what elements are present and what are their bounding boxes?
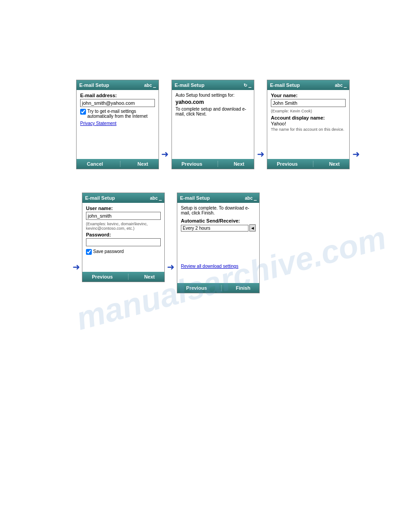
screen4: E-mail Setup abc ⎯ User name: (Examples:… bbox=[82, 193, 165, 282]
screen2-icons: ↻ ⎯ bbox=[244, 83, 251, 88]
arrow1: ➜ bbox=[161, 149, 169, 159]
screen5-content: Setup is complete. To download e-mail, c… bbox=[177, 203, 259, 281]
screen1-title: E-mail Setup bbox=[79, 82, 109, 88]
screen3-titlebar: E-mail Setup abc ⎯ bbox=[267, 80, 349, 90]
screen5: E-mail Setup abc ⎯ Setup is complete. To… bbox=[177, 193, 260, 293]
screen3-content: Your name: (Example: Kevin Cook) Account… bbox=[267, 90, 349, 157]
screen1-button-bar: Cancel Next bbox=[77, 159, 158, 169]
screen3-title: E-mail Setup bbox=[270, 82, 300, 88]
previous-button-3[interactable]: Previous bbox=[273, 160, 301, 167]
save-password-label: Save password bbox=[93, 249, 124, 254]
screen4-icons: abc ⎯ bbox=[150, 196, 162, 201]
previous-button-5[interactable]: Previous bbox=[183, 284, 210, 292]
email-field-label: E-mail address: bbox=[80, 93, 155, 98]
arrow4: ➜ bbox=[167, 262, 175, 272]
screen3: E-mail Setup abc ⎯ Your name: (Example: … bbox=[267, 80, 350, 169]
dropdown-value: Every 2 hours bbox=[183, 226, 210, 231]
email-input[interactable] bbox=[80, 99, 155, 107]
previous-button-4[interactable]: Previous bbox=[88, 273, 116, 280]
save-password-checkbox[interactable] bbox=[86, 249, 92, 255]
previous-button-2[interactable]: Previous bbox=[178, 160, 206, 167]
auto-settings-checkbox[interactable] bbox=[80, 109, 86, 115]
dropdown-arrow-button[interactable]: ◀ bbox=[249, 224, 256, 232]
screen2: E-mail Setup ↻ ⎯ Auto Setup found settin… bbox=[171, 80, 254, 169]
password-input[interactable] bbox=[86, 238, 161, 246]
name-example: (Example: Kevin Cook) bbox=[271, 109, 346, 113]
screen5-titlebar: E-mail Setup abc ⎯ bbox=[177, 193, 259, 203]
auto-send-label: Automatic Send/Receive: bbox=[181, 218, 256, 223]
username-input[interactable] bbox=[86, 212, 161, 220]
save-password-row: Save password bbox=[86, 249, 161, 255]
auto-settings-row: Try to get e-mail settings automatically… bbox=[80, 109, 155, 119]
screen3-button-bar: Previous Next bbox=[267, 159, 349, 169]
instruction-text: To complete setup and download e-mail, c… bbox=[176, 107, 250, 116]
screen5-icons: abc ⎯ bbox=[245, 196, 257, 201]
screen1-titlebar: E-mail Setup abc ⎯ bbox=[77, 80, 158, 90]
arrow2: ➜ bbox=[257, 149, 265, 159]
review-link[interactable]: Review all download settings bbox=[181, 264, 238, 269]
screen2-button-bar: Previous Next bbox=[172, 159, 254, 169]
name-input[interactable] bbox=[271, 99, 346, 107]
display-name-value: Yahoo! bbox=[271, 121, 346, 126]
arrow3-right: ➜ bbox=[352, 149, 360, 159]
username-example: (Examples: kevinc, domain\kevinc, kevinc… bbox=[86, 222, 161, 231]
name-field-label: Your name: bbox=[271, 93, 346, 98]
screen3-icons: abc ⎯ bbox=[335, 83, 347, 88]
next-button-2[interactable]: Next bbox=[230, 160, 248, 167]
screen4-button-bar: Previous Next bbox=[82, 272, 164, 282]
auto-settings-label: Try to get e-mail settings automatically… bbox=[87, 109, 155, 119]
dropdown-box[interactable]: Every 2 hours bbox=[181, 225, 248, 232]
display-name-desc: The name for this account on this device… bbox=[271, 127, 346, 132]
page-container: manualsarchive.com E-mail Setup abc ⎯ E-… bbox=[0, 0, 411, 532]
next-button-1[interactable]: Next bbox=[134, 160, 152, 167]
privacy-link[interactable]: Privacy Statement bbox=[80, 121, 116, 126]
found-text: Auto Setup found settings for: bbox=[176, 93, 250, 98]
screen2-title: E-mail Setup bbox=[175, 82, 205, 88]
cancel-button[interactable]: Cancel bbox=[83, 160, 107, 167]
screen4-content: User name: (Examples: kevinc, domain\kev… bbox=[82, 203, 164, 270]
screen1-content: E-mail address: Try to get e-mail settin… bbox=[77, 90, 158, 157]
arrow3-left: ➜ bbox=[73, 262, 80, 272]
screen1-icons: abc ⎯ bbox=[144, 83, 156, 88]
finish-button[interactable]: Finish bbox=[232, 284, 254, 292]
next-button-3[interactable]: Next bbox=[325, 160, 343, 167]
dropdown-row: Every 2 hours ◀ bbox=[181, 224, 256, 232]
screen4-titlebar: E-mail Setup abc ⎯ bbox=[82, 193, 164, 203]
username-label: User name: bbox=[86, 206, 161, 211]
screen5-button-bar: Previous Finish bbox=[177, 283, 259, 293]
complete-text: Setup is complete. To download e-mail, c… bbox=[181, 206, 256, 215]
provider-name: yahoo.com bbox=[176, 99, 250, 105]
screen2-content: Auto Setup found settings for: yahoo.com… bbox=[172, 90, 254, 157]
password-label: Password: bbox=[86, 232, 161, 237]
display-name-label: Account display name: bbox=[271, 115, 346, 120]
screen4-title: E-mail Setup bbox=[85, 195, 115, 201]
screen1: E-mail Setup abc ⎯ E-mail address: Try t… bbox=[76, 80, 159, 169]
screen2-titlebar: E-mail Setup ↻ ⎯ bbox=[172, 80, 254, 90]
next-button-4[interactable]: Next bbox=[141, 273, 158, 280]
screen5-title: E-mail Setup bbox=[180, 195, 210, 201]
